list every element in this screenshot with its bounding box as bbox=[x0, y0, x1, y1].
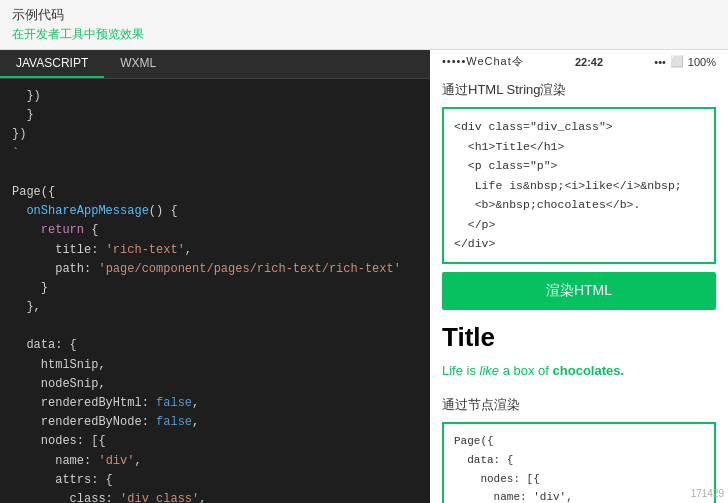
rendered-bold: chocolates. bbox=[553, 363, 625, 378]
html-code-line: </p> bbox=[454, 215, 704, 235]
html-code-line: <p class="p"> bbox=[454, 156, 704, 176]
header: 示例代码 在开发者工具中预览效果 bbox=[0, 0, 728, 50]
rendered-italic: like bbox=[480, 363, 500, 378]
battery-percent: 100% bbox=[688, 56, 716, 68]
html-code-line: <div class="div_class"> bbox=[454, 117, 704, 137]
render-html-button[interactable]: 渲染HTML bbox=[442, 272, 716, 310]
code-line: return { bbox=[12, 221, 418, 240]
code-line: Page({ bbox=[12, 183, 418, 202]
code-line: renderedByNode: false, bbox=[12, 413, 418, 432]
code-line: renderedByHtml: false, bbox=[12, 394, 418, 413]
node-code-line: name: 'div', bbox=[454, 488, 704, 503]
more-icon: ••• bbox=[654, 56, 666, 68]
code-tabs: JAVASCRIPT WXML bbox=[0, 50, 430, 79]
rendered-text-before: Life is bbox=[442, 363, 480, 378]
watermark: 171429 bbox=[691, 488, 724, 499]
battery-indicator: ⬜ bbox=[670, 55, 684, 68]
code-line bbox=[12, 164, 418, 183]
html-code-line: <h1>Title</h1> bbox=[454, 137, 704, 157]
code-line: nodes: [{ bbox=[12, 432, 418, 451]
node-code-line: nodes: [{ bbox=[454, 470, 704, 489]
status-signal: •••••WeChat令 bbox=[442, 54, 524, 69]
node-code-box: Page({ data: { nodes: [{ name: 'div', at… bbox=[442, 422, 716, 503]
rendered-text-mid: a box of bbox=[499, 363, 552, 378]
code-line: title: 'rich-text', bbox=[12, 241, 418, 260]
phone-panel: •••••WeChat令 22:42 ••• ⬜ 100% 通过HTML Str… bbox=[430, 50, 728, 503]
code-line: }) bbox=[12, 125, 418, 144]
rendered-text: Life is like a box of chocolates. bbox=[430, 357, 728, 389]
code-line: name: 'div', bbox=[12, 452, 418, 471]
code-line bbox=[12, 317, 418, 336]
node-code-line: Page({ bbox=[454, 432, 704, 451]
code-line: } bbox=[12, 279, 418, 298]
code-line: class: 'div_class', bbox=[12, 490, 418, 503]
code-line: }, bbox=[12, 298, 418, 317]
node-section-title: 通过节点渲染 bbox=[430, 388, 728, 422]
code-editor: }) } }) ` Page({ onShareAppMessage() { r… bbox=[0, 79, 430, 503]
status-time: 22:42 bbox=[575, 56, 603, 68]
code-panel: JAVASCRIPT WXML }) } }) ` Page({ onShare… bbox=[0, 50, 430, 503]
status-battery: ••• ⬜ 100% bbox=[654, 55, 716, 68]
html-code-line: <b>&nbsp;chocolates</b>. bbox=[454, 195, 704, 215]
code-line: data: { bbox=[12, 336, 418, 355]
code-line: nodeSnip, bbox=[12, 375, 418, 394]
html-code-line: </div> bbox=[454, 234, 704, 254]
tab-javascript[interactable]: JAVASCRIPT bbox=[0, 50, 104, 78]
code-line: htmlSnip, bbox=[12, 356, 418, 375]
preview-link[interactable]: 在开发者工具中预览效果 bbox=[12, 26, 716, 43]
html-code-box: <div class="div_class"> <h1>Title</h1> <… bbox=[442, 107, 716, 264]
html-code-line: Life is&nbsp;<i>like</i>&nbsp; bbox=[454, 176, 704, 196]
header-title: 示例代码 bbox=[12, 7, 64, 22]
node-code-line: data: { bbox=[454, 451, 704, 470]
html-section-title: 通过HTML String渲染 bbox=[430, 73, 728, 107]
code-line: path: 'page/component/pages/rich-text/ri… bbox=[12, 260, 418, 279]
code-line: onShareAppMessage() { bbox=[12, 202, 418, 221]
code-line: } bbox=[12, 106, 418, 125]
code-line: ` bbox=[12, 145, 418, 164]
tab-wxml[interactable]: WXML bbox=[104, 50, 172, 78]
phone-content: 通过HTML String渲染 <div class="div_class"> … bbox=[430, 73, 728, 503]
rendered-title: Title bbox=[430, 318, 728, 357]
code-line: attrs: { bbox=[12, 471, 418, 490]
status-bar: •••••WeChat令 22:42 ••• ⬜ 100% bbox=[430, 50, 728, 73]
code-line: }) bbox=[12, 87, 418, 106]
